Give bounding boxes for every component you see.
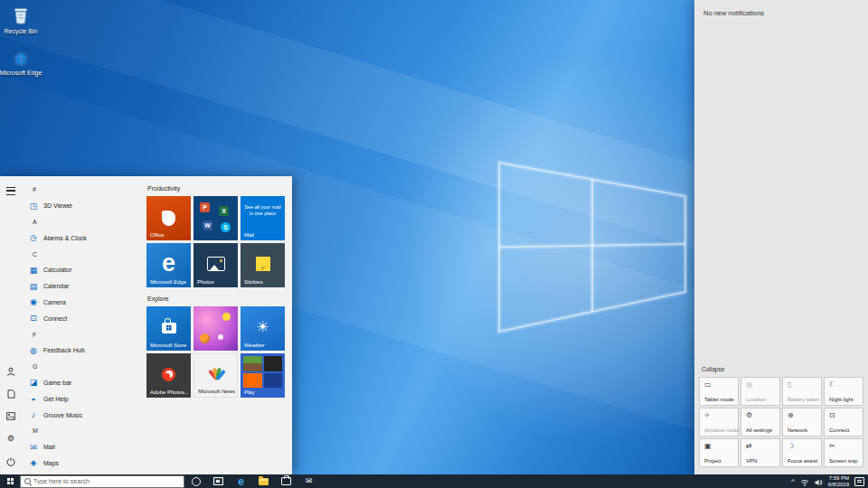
tile-group-title: Productivity xyxy=(147,185,288,192)
app-item-calendar[interactable]: ▤Calendar xyxy=(22,278,146,295)
roblox-icon xyxy=(264,356,283,371)
night-light-icon: ☾ xyxy=(829,380,835,389)
tile-mail[interactable]: See all your mail in one place Mail xyxy=(241,196,285,240)
candy-icon xyxy=(200,333,210,343)
desktop-icon-microsoft-edge[interactable]: e Microsoft Edge xyxy=(0,47,44,77)
tile-microsoft-store[interactable]: Microsoft Store xyxy=(146,306,191,351)
camera-icon: ◉ xyxy=(29,297,38,306)
connect-icon: ⊡ xyxy=(829,411,835,419)
tile-weather[interactable]: ☀ Weather xyxy=(241,306,285,351)
tile-office[interactable]: Office xyxy=(146,196,191,240)
quick-action-screen-snip[interactable]: ✂ Screen snip xyxy=(824,438,863,467)
tile-game-live[interactable] xyxy=(193,306,238,351)
app-list-header[interactable]: G xyxy=(22,359,146,375)
volume-icon[interactable] xyxy=(815,474,823,488)
tile-photos[interactable]: Photos xyxy=(193,243,238,287)
quick-action-connect[interactable]: ⊡ Connect xyxy=(824,408,863,436)
app-list-header[interactable]: A xyxy=(22,214,146,230)
task-view-icon xyxy=(213,477,223,485)
vpn-icon: ⇄ xyxy=(746,442,752,450)
focus-assist-icon: ☽ xyxy=(788,442,794,450)
tile-microsoft-edge[interactable]: e Microsoft Edge xyxy=(146,243,191,287)
microsoft-store-button[interactable] xyxy=(275,474,297,488)
edge-icon: e xyxy=(238,476,244,487)
power-icon[interactable] xyxy=(0,454,22,469)
app-list-header[interactable]: M xyxy=(22,423,146,439)
collapse-button[interactable]: Collapse xyxy=(702,366,863,372)
quick-action-project[interactable]: ▣ Project xyxy=(699,438,739,467)
sticky-note-icon xyxy=(256,257,270,271)
quick-action-location[interactable]: ◎ Location xyxy=(741,377,780,406)
tile-play[interactable]: Play xyxy=(241,353,285,398)
app-list-header[interactable]: C xyxy=(22,246,146,262)
hamburger-menu-icon[interactable] xyxy=(0,183,22,199)
start-menu: ⚙ # ◳3D Viewer A ◷Alarms & Clock C ▦Calc… xyxy=(0,176,292,474)
feedback-hub-icon: ◍ xyxy=(29,346,38,355)
settings-gear-icon[interactable]: ⚙ xyxy=(0,431,22,446)
quick-action-vpn[interactable]: ⇄ VPN xyxy=(741,438,780,467)
documents-icon[interactable] xyxy=(0,386,22,401)
app-item-feedback-hub[interactable]: ◍Feedback Hub xyxy=(22,343,146,359)
app-item-calculator[interactable]: ▦Calculator xyxy=(22,262,146,278)
network-wifi-icon[interactable] xyxy=(800,474,809,488)
music-note-icon: ♪ xyxy=(29,410,38,419)
app-item-alarms-clock[interactable]: ◷Alarms & Clock xyxy=(22,230,146,246)
clock-time: 7:59 PM xyxy=(828,475,849,482)
clock-icon: ◷ xyxy=(29,233,38,242)
taskbar-search-box[interactable] xyxy=(20,475,184,488)
app-item-get-help[interactable]: ◒Get Help xyxy=(22,390,146,407)
app-list-header[interactable]: F xyxy=(22,326,146,343)
tile-adobe-photos[interactable]: Adobe Photos... xyxy=(146,353,191,398)
cortana-button[interactable] xyxy=(184,474,207,488)
task-view-button[interactable] xyxy=(207,474,230,488)
gear-icon: ⚙ xyxy=(746,411,752,419)
action-center-tray-icon[interactable] xyxy=(854,477,864,486)
search-input[interactable] xyxy=(33,478,180,484)
tray-expand-icon[interactable]: ^ xyxy=(791,478,795,485)
app-item-groove-music[interactable]: ♪Groove Music xyxy=(22,407,146,423)
quick-action-all-settings[interactable]: ⚙ All settings xyxy=(741,408,780,436)
app-item-mail[interactable]: ✉Mail xyxy=(22,439,146,455)
taskbar-clock[interactable]: 7:59 PM 6/8/2019 xyxy=(828,475,849,487)
taskbar: e ✉ ^ 7:59 PM 6/8/2019 xyxy=(0,474,868,488)
taskbar-edge-button[interactable]: e xyxy=(230,474,252,488)
quick-actions: Collapse ▭ Tablet mode ◎ Location ▯ Batt… xyxy=(699,366,863,467)
quick-action-night-light[interactable]: ☾ Night light xyxy=(824,377,863,406)
app-item-3d-viewer[interactable]: ◳3D Viewer xyxy=(22,198,146,214)
file-explorer-button[interactable] xyxy=(252,474,275,488)
mail-button[interactable]: ✉ xyxy=(297,474,320,488)
get-help-icon: ◒ xyxy=(29,394,38,403)
app-item-maps[interactable]: ◈Maps xyxy=(22,455,146,472)
user-account-icon[interactable] xyxy=(0,363,22,379)
start-menu-rail: ⚙ xyxy=(0,176,22,474)
powerpoint-icon: P xyxy=(200,202,210,212)
game-icon xyxy=(243,373,262,389)
desktop-icon-recycle-bin[interactable]: Recycle Bin xyxy=(0,5,44,35)
start-button[interactable] xyxy=(0,474,20,488)
project-icon: ▣ xyxy=(704,442,712,450)
pictures-icon[interactable] xyxy=(0,408,22,424)
clock-date: 6/8/2019 xyxy=(828,482,849,488)
tile-office-apps-live[interactable]: P X W S xyxy=(193,196,238,240)
edge-icon: e xyxy=(162,249,175,277)
desktop-icon-label: Recycle Bin xyxy=(0,28,44,35)
quick-action-airplane-mode[interactable]: ✈ Airplane mode xyxy=(699,408,739,436)
location-icon: ◎ xyxy=(746,380,752,389)
folder-icon xyxy=(259,478,269,485)
app-list-header[interactable]: # xyxy=(22,182,146,198)
tile-microsoft-news[interactable]: Microsoft News xyxy=(193,353,238,398)
calculator-icon: ▦ xyxy=(29,266,38,275)
tile-stickies[interactable]: Stickies xyxy=(241,243,285,287)
news-fan-icon xyxy=(207,367,225,380)
office-logo-icon xyxy=(162,211,175,226)
app-item-connect[interactable]: ⊡Connect xyxy=(22,310,146,326)
quick-action-tablet-mode[interactable]: ▭ Tablet mode xyxy=(699,377,739,406)
windows-desktop-screen: Recycle Bin e Microsoft Edge No new noti… xyxy=(0,0,868,488)
quick-action-battery-saver[interactable]: ▯ Battery saver xyxy=(782,377,822,406)
app-item-camera[interactable]: ◉Camera xyxy=(22,295,146,311)
start-tiles: Productivity Office P X W S See all your… xyxy=(146,185,288,406)
app-item-game-bar[interactable]: ◪Game bar xyxy=(22,375,146,391)
quick-action-focus-assist[interactable]: ☽ Focus assist xyxy=(782,438,822,467)
edge-icon: e xyxy=(0,47,44,69)
quick-action-network[interactable]: ⊕ Network xyxy=(782,408,822,436)
